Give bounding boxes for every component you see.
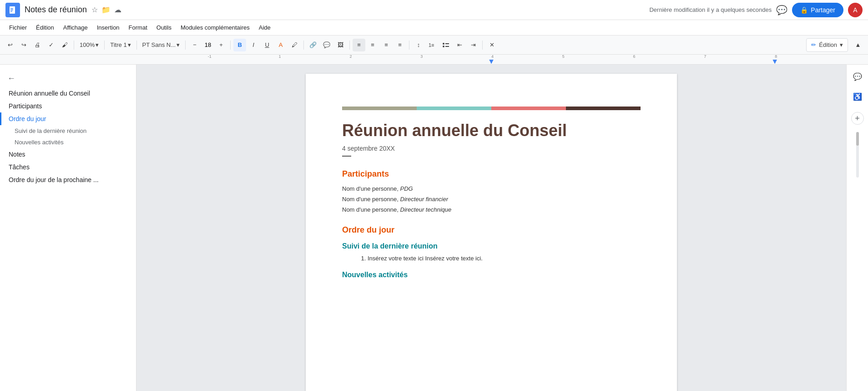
separator-6 [303, 41, 304, 50]
sidebar-subitem-nouvelles[interactable]: Nouvelles activités [0, 137, 136, 148]
svg-rect-1 [10, 8, 13, 9]
add-panel-button[interactable]: + [851, 112, 864, 125]
comment-panel-icon[interactable]: 💬 [849, 68, 866, 85]
paintformat-button[interactable]: 🖌 [58, 39, 71, 51]
zoom-dropdown[interactable]: 100% ▾ [77, 39, 101, 51]
font-size-control: − + [188, 39, 227, 51]
svg-point-5 [443, 43, 444, 45]
font-dropdown[interactable]: PT Sans N... ▾ [140, 39, 182, 51]
decrease-font-button[interactable]: − [188, 39, 201, 51]
zoom-chevron: ▾ [96, 41, 99, 48]
edition-button[interactable]: ✏ Édition ▾ [806, 38, 848, 52]
sidebar-item-prochain[interactable]: Ordre du jour de la prochaine ... [0, 173, 136, 186]
highlight-button[interactable]: 🖊 [288, 39, 301, 51]
heading-suivi[interactable]: Suivi de la dernière réunion [342, 242, 641, 250]
sidebar-back-button[interactable]: ← [0, 70, 136, 87]
numbered-list-button[interactable]: 1≡ [426, 39, 439, 51]
cloud-icon[interactable]: ☁ [114, 5, 121, 14]
align-right-button[interactable]: ≡ [380, 39, 393, 51]
svg-rect-8 [445, 46, 449, 47]
menu-edition[interactable]: Édition [32, 22, 58, 33]
accessibility-panel-icon[interactable]: ♿ [849, 88, 866, 105]
collapse-toolbar-button[interactable]: ▲ [852, 39, 864, 51]
clear-format-button[interactable]: ✕ [485, 39, 498, 51]
sidebar-subitem-suivi[interactable]: Suivi de la dernière réunion [0, 125, 136, 137]
separator-5 [230, 41, 231, 50]
separator-4 [185, 41, 186, 50]
app-icon[interactable] [5, 3, 20, 17]
participant-3: Nom d'une personne, Directeur technique [342, 205, 641, 215]
color-segment-2 [417, 107, 491, 110]
folder-icon[interactable]: 📁 [101, 5, 111, 14]
bullet-list-button[interactable] [439, 39, 452, 51]
separator-3 [136, 41, 137, 50]
document-date[interactable]: 4 septembre 20XX [342, 145, 641, 152]
title-icons: ☆ 📁 ☁ [91, 5, 121, 14]
image-button[interactable]: 🖼 [334, 39, 347, 51]
menu-format[interactable]: Format [125, 22, 151, 33]
align-justify-button[interactable]: ≡ [394, 39, 406, 51]
separator-2 [104, 41, 105, 50]
undo-button[interactable]: ↩ [4, 39, 16, 51]
link-button[interactable]: 🔗 [307, 39, 319, 51]
heading-ordre-du-jour[interactable]: Ordre du jour [342, 225, 641, 235]
menu-modules[interactable]: Modules complémentaires [177, 22, 253, 33]
redo-button[interactable]: ↪ [17, 39, 30, 51]
document[interactable]: Réunion annuelle du Conseil 4 septembre … [306, 74, 677, 391]
avatar[interactable]: A [848, 3, 863, 17]
participant-1: Nom d'une personne, PDG [342, 184, 641, 194]
separator-1 [74, 41, 74, 50]
menu-fichier[interactable]: Fichier [5, 22, 30, 33]
sidebar-item-notes[interactable]: Notes [0, 148, 136, 161]
italic-button[interactable]: I [247, 39, 260, 51]
ruler: -1 1 2 3 4 5 6 7 8 [0, 55, 868, 65]
sidebar: ← Réunion annuelle du Conseil Participan… [0, 65, 136, 391]
sidebar-item-reunion[interactable]: Réunion annuelle du Conseil [0, 87, 136, 100]
participant-2: Nom d'une personne, Directeur financier [342, 195, 641, 204]
color-bar [342, 107, 641, 110]
increase-font-button[interactable]: + [215, 39, 227, 51]
scroll-indicator[interactable] [856, 132, 859, 178]
svg-rect-3 [10, 11, 12, 12]
svg-point-7 [443, 46, 444, 47]
underline-button[interactable]: U [261, 39, 273, 51]
style-chevron: ▾ [128, 41, 131, 48]
right-panel: 💬 ♿ + [846, 65, 868, 391]
sidebar-item-taches[interactable]: Tâches [0, 161, 136, 173]
comment-button[interactable]: 💬 [320, 39, 333, 51]
share-button[interactable]: 🔒 Partager [792, 3, 843, 17]
font-chevron: ▾ [177, 41, 180, 48]
svg-rect-2 [10, 10, 13, 10]
color-segment-4 [566, 107, 641, 110]
font-size-input[interactable] [201, 41, 215, 48]
decrease-indent-button[interactable]: ⇤ [453, 39, 466, 51]
line-spacing-button[interactable]: ↕ [412, 39, 425, 51]
print-button[interactable]: 🖨 [31, 39, 44, 51]
chat-icon[interactable]: 💬 [776, 5, 787, 15]
menu-insertion[interactable]: Insertion [93, 22, 123, 33]
document-title[interactable]: Réunion annuelle du Conseil [342, 121, 641, 140]
menu-affichage[interactable]: Affichage [60, 22, 91, 33]
heading-nouvelles[interactable]: Nouvelles activités [342, 271, 641, 279]
menu-aide[interactable]: Aide [255, 22, 274, 33]
align-left-button[interactable]: ≡ [353, 39, 365, 51]
increase-indent-button[interactable]: ⇥ [467, 39, 479, 51]
sidebar-item-ordre[interactable]: Ordre du jour [0, 112, 136, 125]
sidebar-item-participants[interactable]: Participants [0, 100, 136, 112]
star-icon[interactable]: ☆ [91, 5, 98, 14]
heading-participants[interactable]: Participants [342, 169, 641, 179]
color-segment-3 [491, 107, 566, 110]
menu-outils[interactable]: Outils [153, 22, 175, 33]
svg-rect-6 [445, 43, 449, 44]
align-center-button[interactable]: ≡ [366, 39, 379, 51]
style-dropdown[interactable]: Titre 1 ▾ [107, 39, 133, 51]
color-segment-1 [342, 107, 417, 110]
lock-icon: 🔒 [800, 6, 808, 14]
document-area[interactable]: Réunion annuelle du Conseil 4 septembre … [136, 65, 846, 391]
back-icon: ← [7, 74, 15, 83]
pencil-icon: ✏ [811, 41, 816, 48]
bold-button[interactable]: B [233, 39, 246, 51]
separator-9 [482, 41, 483, 50]
spellcheck-button[interactable]: ✓ [45, 39, 57, 51]
text-color-button[interactable]: A [274, 39, 287, 51]
